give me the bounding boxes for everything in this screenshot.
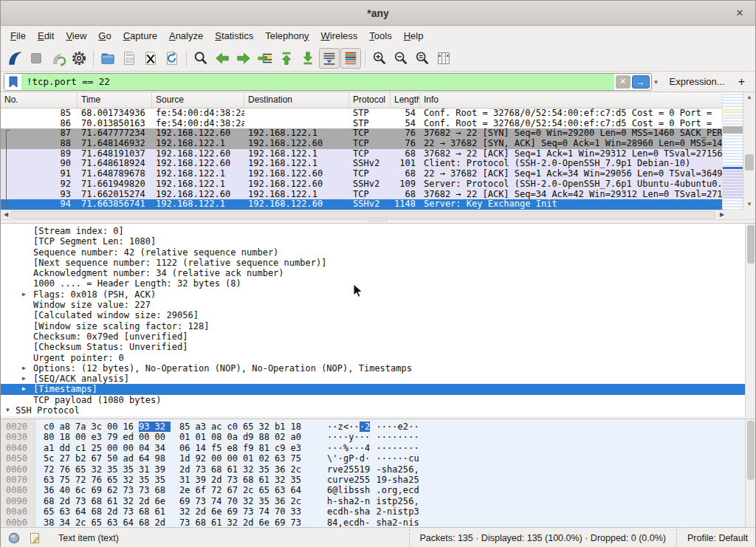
restart-capture-icon[interactable] [47, 48, 68, 69]
detail-line-4[interactable]: Acknowledgment number: 34 (relative ack … [1, 268, 755, 278]
scroll-down-arrow-icon[interactable]: ▼ [743, 199, 755, 210]
zoom-out-icon[interactable] [391, 48, 411, 69]
hex-byte[interactable]: 00 [227, 453, 244, 464]
hex-byte[interactable]: 92 [196, 453, 212, 464]
hex-ascii-char[interactable]: a [365, 506, 370, 517]
hex-ascii-char[interactable]: · [413, 422, 419, 432]
packet-row-88[interactable]: 8871.648146932192.168.122.1192.168.122.6… [1, 139, 755, 149]
hex-ascii-char[interactable]: s [382, 464, 387, 475]
zoom-in-icon[interactable] [369, 48, 390, 69]
hex-ascii-char[interactable]: c [348, 517, 354, 527]
hex-ascii-char[interactable]: 5 [403, 496, 408, 506]
hex-byte[interactable]: 65 [243, 422, 259, 432]
packet-row-94[interactable]: 9471.663856741192.168.122.1192.168.122.6… [1, 199, 755, 210]
hex-ascii-char[interactable]: n [387, 506, 392, 517]
hex-ascii-char[interactable]: - [365, 517, 370, 527]
expression-button[interactable]: Expression... [670, 76, 725, 87]
hex-ascii-char[interactable]: 2 [354, 496, 359, 506]
hex-ascii-char[interactable]: · [398, 443, 403, 453]
hex-byte[interactable]: 18 [60, 432, 76, 442]
hex-ascii-char[interactable]: d [413, 485, 419, 495]
expert-info-icon[interactable] [7, 531, 21, 546]
hex-byte[interactable]: 00 [211, 453, 227, 464]
hex-byte[interactable]: 2e [179, 485, 196, 495]
hex-byte[interactable]: 85 [179, 422, 196, 432]
hex-byte[interactable]: 93 [139, 422, 155, 432]
hex-ascii-char[interactable]: · [354, 443, 359, 453]
hex-byte[interactable]: d9 [243, 432, 259, 442]
hex-byte[interactable]: 00 [123, 443, 140, 453]
menu-go[interactable]: Go [93, 28, 116, 44]
hex-ascii-char[interactable]: · [360, 422, 365, 432]
hex-ascii-char[interactable]: · [387, 432, 392, 442]
hex-ascii-char[interactable]: a [403, 475, 408, 485]
hex-byte[interactable]: 64 [291, 485, 307, 495]
hex-byte[interactable]: 02 [259, 453, 275, 464]
hex-byte[interactable]: 2c [75, 517, 92, 527]
hex-byte[interactable]: 65 [75, 464, 92, 475]
expander-collapsed-icon[interactable]: ▶ [22, 374, 26, 384]
hex-ascii-char[interactable]: 2 [376, 506, 381, 517]
hex-byte[interactable]: 35 [155, 475, 171, 485]
hex-ascii-char[interactable]: y [348, 432, 354, 442]
hex-ascii-char[interactable]: \ [327, 453, 332, 464]
hex-ascii-char[interactable]: · [387, 443, 392, 453]
hex-ascii-char[interactable]: 5 [365, 475, 370, 485]
hex-byte[interactable]: 79 [107, 432, 123, 442]
hex-byte[interactable]: ed [123, 432, 140, 442]
hex-byte[interactable]: dd [60, 443, 76, 453]
hex-byte[interactable]: 35 [259, 464, 275, 475]
hex-ascii-char[interactable]: , [413, 464, 419, 475]
detail-line-17[interactable]: ▼SSH Protocol [1, 405, 755, 416]
hex-byte[interactable]: 73 [75, 496, 92, 506]
detail-line-16[interactable]: TCP payload (1080 bytes) [1, 395, 755, 405]
hex-ascii-char[interactable]: 6 [327, 485, 332, 495]
hex-ascii-char[interactable]: u [332, 475, 337, 485]
detail-line-13[interactable]: ▶Options: (12 bytes), No-Operation (NOP)… [1, 363, 755, 374]
hex-ascii-char[interactable]: s [398, 506, 403, 517]
close-file-icon[interactable] [140, 48, 161, 69]
hex-byte[interactable]: 75 [60, 475, 76, 485]
hex-byte[interactable]: 74 [211, 496, 227, 506]
go-back-icon[interactable] [212, 48, 233, 69]
hex-byte[interactable]: 7a [75, 422, 92, 432]
hex-ascii-char[interactable]: l [338, 485, 343, 495]
hex-ascii-char[interactable]: r [327, 464, 332, 475]
hex-ascii-char[interactable]: e [398, 422, 403, 432]
hex-ascii-char[interactable]: 1 [376, 475, 381, 485]
intelligent-scrollbar-minimap[interactable] [722, 92, 743, 210]
hex-byte[interactable]: 32 [179, 506, 196, 517]
hex-byte[interactable]: a1 [44, 443, 60, 453]
hex-ascii-char[interactable]: - [376, 464, 381, 475]
find-packet-icon[interactable] [190, 48, 211, 69]
filter-bookmark-icon[interactable] [4, 74, 22, 90]
hex-ascii-char[interactable]: · [408, 422, 413, 432]
reload-file-icon[interactable] [162, 48, 182, 69]
hex-byte[interactable]: 73 [123, 485, 140, 495]
hex-byte[interactable]: 31 [139, 464, 155, 475]
hex-ascii-char[interactable]: · [376, 422, 381, 432]
hex-byte[interactable]: 73 [139, 485, 155, 495]
hex-ascii-char[interactable]: · [354, 422, 359, 432]
hex-ascii-char[interactable]: · [338, 443, 343, 453]
hex-ascii-char[interactable]: s [392, 475, 397, 485]
hex-byte[interactable]: b1 [275, 422, 291, 432]
hex-ascii-char[interactable]: · [327, 443, 332, 453]
hex-byte[interactable]: c0 [227, 422, 244, 432]
hex-ascii-char[interactable]: · [392, 443, 397, 453]
hex-ascii-char[interactable]: · [348, 443, 354, 453]
hex-ascii-char[interactable]: 4 [365, 443, 370, 453]
hex-byte[interactable]: 68 [92, 496, 108, 506]
hex-byte[interactable]: 65 [44, 506, 60, 517]
hex-ascii-char[interactable]: 8 [327, 517, 332, 527]
hex-byte[interactable]: 02 [275, 432, 291, 442]
hex-ascii-char[interactable]: · [382, 453, 387, 464]
hex-byte[interactable]: 68 [44, 496, 60, 506]
hex-ascii-char[interactable]: h [382, 517, 387, 527]
hex-ascii-char[interactable]: · [382, 432, 387, 442]
hex-byte[interactable]: 61 [211, 517, 227, 527]
hex-ascii-char[interactable]: 2 [392, 517, 397, 527]
hex-byte[interactable]: 68 [139, 517, 155, 527]
hex-ascii-char[interactable]: · [365, 432, 370, 442]
hex-ascii-char[interactable]: 6 [408, 496, 413, 506]
